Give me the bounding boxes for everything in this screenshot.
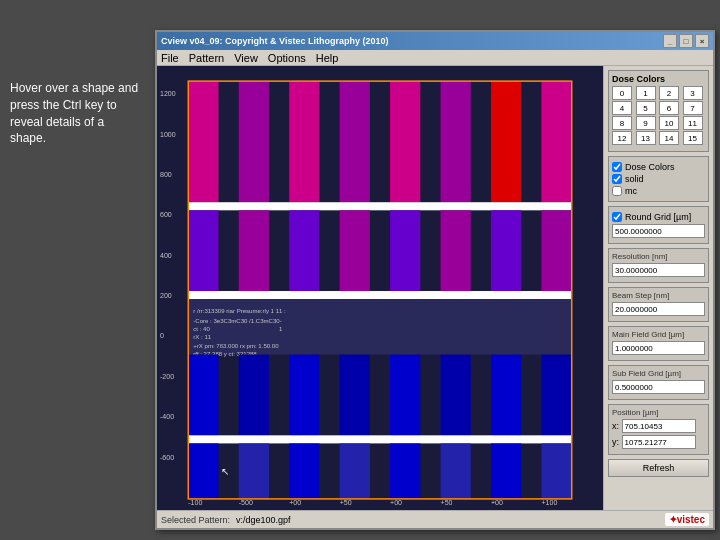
beam-step-input[interactable] — [612, 302, 705, 316]
svg-rect-53 — [188, 435, 571, 443]
mc-checkbox-row: mc — [612, 186, 705, 196]
resolution-section: Resolution [nm] — [608, 248, 709, 283]
svg-text:200: 200 — [160, 292, 172, 299]
canvas-area[interactable]: 1200 1000 800 600 400 200 0 -200 -400 -6… — [157, 66, 603, 510]
instruction-box: Hover over a shape and press the Ctrl ke… — [10, 80, 140, 147]
dose-cell-14[interactable]: 14 — [659, 131, 679, 145]
close-button[interactable]: × — [695, 34, 709, 48]
beam-step-field-row — [612, 302, 705, 316]
main-field-grid-label: Main Field Grid [µm] — [612, 330, 705, 339]
svg-rect-59 — [441, 443, 471, 499]
svg-text:0: 0 — [160, 332, 164, 339]
resolution-input[interactable] — [612, 263, 705, 277]
svg-rect-33 — [441, 210, 471, 291]
svg-text:ct  :    40: ct : 40 — [193, 326, 210, 332]
svg-rect-55 — [239, 443, 269, 499]
round-grid-input[interactable] — [612, 224, 705, 238]
sub-field-grid-input[interactable] — [612, 380, 705, 394]
display-options-section: Dose Colors solid mc — [608, 156, 709, 202]
dose-cell-4[interactable]: 4 — [612, 101, 632, 115]
svg-rect-20 — [239, 81, 269, 202]
dose-cell-10[interactable]: 10 — [659, 116, 679, 130]
svg-rect-56 — [289, 443, 319, 499]
svg-rect-23 — [390, 81, 420, 202]
svg-text:800: 800 — [160, 171, 172, 178]
round-grid-checkbox[interactable] — [612, 212, 622, 222]
svg-rect-45 — [188, 355, 218, 436]
svg-rect-60 — [491, 443, 521, 499]
solid-checkbox-label: solid — [625, 174, 644, 184]
dose-cell-0[interactable]: 0 — [612, 86, 632, 100]
pattern-svg: 1200 1000 800 600 400 200 0 -200 -400 -6… — [157, 66, 603, 510]
svg-rect-58 — [390, 443, 420, 499]
menu-options[interactable]: Options — [268, 52, 306, 64]
refresh-button[interactable]: Refresh — [608, 459, 709, 477]
position-x-input[interactable] — [622, 419, 696, 433]
svg-rect-27 — [188, 202, 571, 210]
solid-checkbox-row: solid — [612, 174, 705, 184]
svg-rect-24 — [441, 81, 471, 202]
dose-cell-9[interactable]: 9 — [636, 116, 656, 130]
round-grid-field-row — [612, 224, 705, 238]
dose-cell-15[interactable]: 15 — [683, 131, 703, 145]
dose-colors-checkbox[interactable] — [612, 162, 622, 172]
svg-text:+00: +00 — [289, 499, 301, 506]
dose-colors-label: Dose Colors — [612, 74, 705, 84]
svg-rect-34 — [491, 210, 521, 291]
svg-rect-21 — [289, 81, 319, 202]
svg-rect-19 — [188, 81, 218, 202]
solid-checkbox[interactable] — [612, 174, 622, 184]
svg-rect-51 — [491, 355, 521, 436]
position-x-row: x: — [612, 419, 705, 433]
dose-cell-12[interactable]: 12 — [612, 131, 632, 145]
menu-bar: File Pattern View Options Help — [157, 50, 713, 66]
dose-cell-1[interactable]: 1 — [636, 86, 656, 100]
position-y-input[interactable] — [622, 435, 696, 449]
dose-cell-2[interactable]: 2 — [659, 86, 679, 100]
minimize-button[interactable]: _ — [663, 34, 677, 48]
maximize-button[interactable]: □ — [679, 34, 693, 48]
svg-rect-47 — [289, 355, 319, 436]
menu-pattern[interactable]: Pattern — [189, 52, 224, 64]
round-grid-label: Round Grid [µm] — [625, 212, 691, 222]
menu-view[interactable]: View — [234, 52, 258, 64]
svg-rect-31 — [340, 210, 370, 291]
sub-field-grid-label: Sub Field Grid [µm] — [612, 369, 705, 378]
round-grid-section: Round Grid [µm] — [608, 206, 709, 244]
dose-cell-13[interactable]: 13 — [636, 131, 656, 145]
menu-file[interactable]: File — [161, 52, 179, 64]
dose-cell-6[interactable]: 6 — [659, 101, 679, 115]
mc-checkbox[interactable] — [612, 186, 622, 196]
right-panel: Dose Colors 0 1 2 3 4 5 6 7 8 9 10 11 12… — [603, 66, 713, 510]
dose-colors-section: Dose Colors 0 1 2 3 4 5 6 7 8 9 10 11 12… — [608, 70, 709, 152]
svg-text:400: 400 — [160, 252, 172, 259]
main-field-grid-input[interactable] — [612, 341, 705, 355]
sub-field-grid-field-row — [612, 380, 705, 394]
dose-cell-8[interactable]: 8 — [612, 116, 632, 130]
instruction-text: Hover over a shape and press the Ctrl ke… — [10, 81, 138, 145]
svg-text:-500: -500 — [239, 499, 253, 506]
sub-field-grid-section: Sub Field Grid [µm] — [608, 365, 709, 400]
dose-cell-7[interactable]: 7 — [683, 101, 703, 115]
svg-text:-Core  :  3e3C3mC30  /1.C3mC30: -Core : 3e3C3mC30 /1.C3mC30- — [193, 318, 281, 324]
menu-help[interactable]: Help — [316, 52, 339, 64]
svg-rect-22 — [340, 81, 370, 202]
svg-rect-25 — [491, 81, 521, 202]
dose-colors-grid: 0 1 2 3 4 5 6 7 8 9 10 11 12 13 14 15 — [612, 86, 705, 145]
svg-text:rX  :    11: rX : 11 — [193, 334, 211, 340]
svg-rect-29 — [239, 210, 269, 291]
position-y-row: y: — [612, 435, 705, 449]
dose-cell-11[interactable]: 11 — [683, 116, 703, 130]
dose-cell-3[interactable]: 3 — [683, 86, 703, 100]
svg-text:1000: 1000 — [160, 131, 176, 138]
dose-cell-5[interactable]: 5 — [636, 101, 656, 115]
resolution-label: Resolution [nm] — [612, 252, 705, 261]
position-x-label: x: — [612, 421, 619, 431]
svg-text:+00: +00 — [491, 499, 503, 506]
svg-text:+rX  pm: 763.000  rx  pm:  1.5: +rX pm: 763.000 rx pm: 1.50.00 — [193, 343, 279, 349]
resolution-field-row — [612, 263, 705, 277]
dose-colors-checkbox-row: Dose Colors — [612, 162, 705, 172]
svg-rect-46 — [239, 355, 269, 436]
beam-step-label: Beam Step [nm] — [612, 291, 705, 300]
svg-text:+100: +100 — [541, 499, 557, 506]
